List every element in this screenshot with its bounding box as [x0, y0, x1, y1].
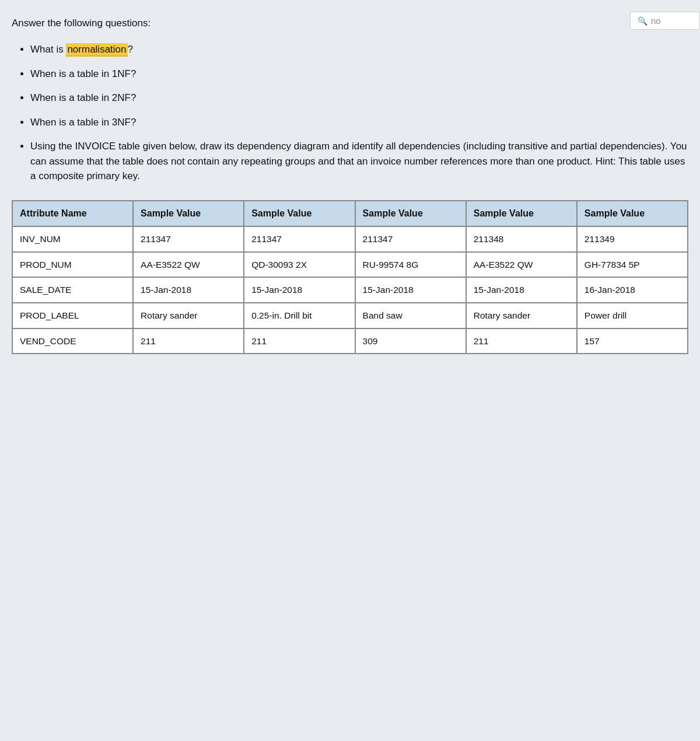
table-header-row: Attribute Name Sample Value Sample Value… [12, 201, 688, 226]
table-cell-value: 211347 [355, 226, 466, 252]
table-cell-attr: INV_NUM [12, 226, 133, 252]
question-3: When is a table in 2NF? [30, 90, 688, 106]
table-cell-value: 15-Jan-2018 [133, 277, 244, 303]
q1-text-before: What is [30, 44, 66, 55]
table-cell-attr: VEND_CODE [12, 328, 133, 354]
q2-text: When is a table in 1NF? [30, 68, 136, 79]
q5-text: Using the INVOICE table given below, dra… [30, 141, 687, 181]
question-1: What is normalisation? [30, 42, 688, 57]
col-header-sample-5: Sample Value [577, 201, 688, 226]
col-header-attr-name: Attribute Name [12, 201, 133, 226]
table-cell-value: QD-30093 2X [244, 252, 355, 278]
table-row: VEND_CODE211211309211157 [12, 328, 688, 354]
table-cell-value: Rotary sander [133, 303, 244, 328]
table-row: SALE_DATE15-Jan-201815-Jan-201815-Jan-20… [12, 277, 688, 303]
table-cell-value: 16-Jan-2018 [577, 277, 688, 303]
table-cell-value: 211349 [577, 226, 688, 252]
table-row: INV_NUM211347211347211347211348211349 [12, 226, 688, 252]
table-cell-value: 211 [244, 328, 355, 354]
col-header-sample-1: Sample Value [133, 201, 244, 226]
table-cell-value: 211347 [133, 226, 244, 252]
table-cell-value: 15-Jan-2018 [355, 277, 466, 303]
search-box[interactable]: 🔍 no [630, 12, 700, 30]
questions-list: What is normalisation? When is a table i… [12, 42, 688, 184]
table-cell-value: 211347 [244, 226, 355, 252]
table-cell-value: 15-Jan-2018 [466, 277, 577, 303]
invoice-table-wrapper: Attribute Name Sample Value Sample Value… [12, 200, 688, 355]
q4-text: When is a table in 3NF? [30, 117, 136, 128]
table-cell-value: Band saw [355, 303, 466, 328]
q1-highlight: normalisation [66, 43, 127, 57]
col-header-sample-2: Sample Value [244, 201, 355, 226]
table-cell-value: RU-99574 8G [355, 252, 466, 278]
table-cell-value: 309 [355, 328, 466, 354]
table-cell-value: AA-E3522 QW [133, 252, 244, 278]
q3-text: When is a table in 2NF? [30, 92, 136, 103]
invoice-table: Attribute Name Sample Value Sample Value… [12, 200, 688, 355]
table-cell-value: 157 [577, 328, 688, 354]
table-cell-value: Power drill [577, 303, 688, 328]
search-icon: 🔍 [638, 16, 648, 26]
table-cell-value: AA-E3522 QW [466, 252, 577, 278]
intro-text: Answer the following questions: [12, 18, 688, 29]
table-cell-attr: PROD_LABEL [12, 303, 133, 328]
table-row: PROD_LABELRotary sander0.25-in. Drill bi… [12, 303, 688, 328]
col-header-sample-3: Sample Value [355, 201, 466, 226]
table-cell-value: Rotary sander [466, 303, 577, 328]
table-cell-value: 211348 [466, 226, 577, 252]
q1-suffix: ? [128, 44, 133, 55]
question-2: When is a table in 1NF? [30, 67, 688, 82]
table-cell-value: 0.25-in. Drill bit [244, 303, 355, 328]
search-input-placeholder[interactable]: no [651, 16, 661, 26]
table-cell-value: 211 [133, 328, 244, 354]
question-4: When is a table in 3NF? [30, 115, 688, 130]
table-cell-attr: SALE_DATE [12, 277, 133, 303]
table-cell-value: 211 [466, 328, 577, 354]
table-cell-value: GH-77834 5P [577, 252, 688, 278]
table-cell-value: 15-Jan-2018 [244, 277, 355, 303]
table-cell-attr: PROD_NUM [12, 252, 133, 278]
question-5: Using the INVOICE table given below, dra… [30, 139, 688, 184]
col-header-sample-4: Sample Value [466, 201, 577, 226]
table-row: PROD_NUMAA-E3522 QWQD-30093 2XRU-99574 8… [12, 252, 688, 278]
